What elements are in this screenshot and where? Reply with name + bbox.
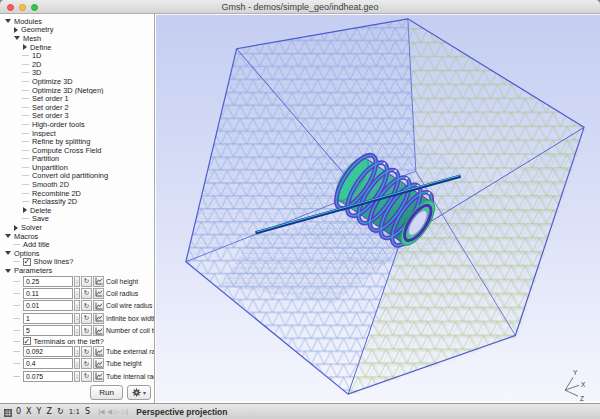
- expanded-arrow-icon[interactable]: [5, 234, 11, 238]
- collapsed-arrow-icon[interactable]: [14, 27, 18, 33]
- tree-item-set-order-3[interactable]: Set order 3: [0, 112, 154, 121]
- param-input-coil-radius[interactable]: [23, 288, 73, 299]
- param-choices-button[interactable]: :: [74, 313, 80, 324]
- tree-branch-macros[interactable]: Macros: [0, 232, 154, 241]
- param-loop-button[interactable]: ↻: [81, 346, 92, 357]
- tree-item-partition[interactable]: Partition: [0, 155, 154, 164]
- tree-item-recombine-2d[interactable]: Recombine 2D: [0, 189, 154, 198]
- param-choices-button[interactable]: :: [74, 325, 80, 336]
- tree-item-refine-by-splitting[interactable]: Refine by splitting: [0, 137, 154, 146]
- param-graph-icon[interactable]: [93, 300, 104, 311]
- param-graph-icon[interactable]: [93, 313, 104, 324]
- run-button[interactable]: Run: [90, 385, 123, 400]
- graphic-viewport[interactable]: Y X Z: [156, 14, 600, 403]
- param-input-coil-wire-radius[interactable]: [23, 300, 73, 311]
- solver-settings-button[interactable]: ▾: [127, 385, 151, 400]
- checkbox-show-lines[interactable]: ✓: [23, 258, 31, 266]
- param-graph-icon[interactable]: [93, 276, 104, 287]
- tree-item-inspect[interactable]: Inspect: [0, 129, 154, 138]
- tree-item-3d[interactable]: 3D: [0, 69, 154, 78]
- tree-item-1d[interactable]: 1D: [0, 51, 154, 60]
- param-loop-button[interactable]: ↻: [81, 371, 92, 382]
- param-input-coil-height[interactable]: [23, 276, 73, 287]
- param-graph-icon[interactable]: [93, 371, 104, 382]
- rotate-view-button[interactable]: ↻: [57, 404, 64, 419]
- tree-branch-parameters[interactable]: Parameters: [0, 266, 154, 275]
- tree-item-smooth-2d[interactable]: Smooth 2D: [0, 180, 154, 189]
- zoom-one-to-one-button[interactable]: 1:1: [69, 404, 80, 419]
- tree-branch-solver[interactable]: Solver: [0, 223, 154, 232]
- tree-item-number-of-coil-turns[interactable]: :↻Number of coil turns: [0, 324, 154, 336]
- param-loop-button[interactable]: ↻: [81, 313, 92, 324]
- status-grid-icon[interactable]: [4, 403, 12, 419]
- tree-item-optimize-3d[interactable]: Optimize 3D: [0, 77, 154, 86]
- tree-branch-options[interactable]: Options: [0, 249, 154, 258]
- rewind-button[interactable]: |◀: [98, 408, 104, 416]
- play-button[interactable]: ▷: [114, 408, 118, 416]
- tree-item-show-lines[interactable]: ✓Show lines?: [0, 258, 154, 267]
- param-choices-button[interactable]: :: [74, 288, 80, 299]
- tree-item-optimize-3d-netgen[interactable]: Optimize 3D (Netgen): [0, 86, 154, 95]
- tree-branch-modules[interactable]: Modules: [0, 17, 154, 26]
- param-graph-icon[interactable]: [93, 288, 104, 299]
- tree-item-set-order-1[interactable]: Set order 1: [0, 94, 154, 103]
- tree-item-high-order-tools[interactable]: High-order tools: [0, 120, 154, 129]
- zoom-window-icon[interactable]: [31, 4, 38, 11]
- tree-item-2d[interactable]: 2D: [0, 60, 154, 69]
- expanded-arrow-icon[interactable]: [5, 269, 11, 273]
- param-choices-button[interactable]: :: [74, 276, 80, 287]
- param-graph-icon[interactable]: [93, 325, 104, 336]
- tree-item-tube-external-radius[interactable]: :↻Tube external radius: [0, 345, 154, 357]
- tree-item-infinite-box-width[interactable]: :↻Infinite box width: [0, 312, 154, 324]
- param-loop-button[interactable]: ↻: [81, 276, 92, 287]
- view-x-button[interactable]: X: [26, 404, 31, 419]
- tree-item-tube-internal-radius[interactable]: :↻Tube internal radius: [0, 370, 154, 382]
- collapsed-arrow-icon[interactable]: [14, 225, 18, 231]
- title-bar[interactable]: Gmsh - demos/simple_geo/indheat.geo: [0, 0, 600, 14]
- step-forward-button[interactable]: ▷|: [122, 408, 128, 416]
- view-y-button[interactable]: Y: [37, 404, 42, 419]
- param-choices-button[interactable]: :: [74, 358, 80, 369]
- param-loop-button[interactable]: ↻: [81, 288, 92, 299]
- param-input-infinite-box-width[interactable]: [23, 313, 73, 324]
- param-graph-icon[interactable]: [93, 358, 104, 369]
- tree-item-convert-old-partitioning[interactable]: Convert old partitioning: [0, 172, 154, 181]
- param-choices-button[interactable]: :: [74, 346, 80, 357]
- tree-branch-geometry[interactable]: Geometry: [0, 26, 154, 35]
- param-loop-button[interactable]: ↻: [81, 325, 92, 336]
- reset-view-button[interactable]: 0: [16, 404, 21, 419]
- param-input-tube-height[interactable]: [23, 358, 73, 369]
- expanded-arrow-icon[interactable]: [14, 36, 20, 40]
- param-input-tube-internal-radius[interactable]: [23, 371, 73, 382]
- tree-item-terminals-on-the-left[interactable]: ✓Terminals on the left?: [0, 337, 154, 346]
- tree-item-add-title[interactable]: Add title: [0, 240, 154, 249]
- tree-branch-mesh[interactable]: Mesh: [0, 34, 154, 43]
- tree-item-compute-cross-field[interactable]: Compute Cross Field: [0, 146, 154, 155]
- tree-item-reclassify-2d[interactable]: Reclassify 2D: [0, 197, 154, 206]
- tree-item-coil-wire-radius[interactable]: :↻Coil wire radius: [0, 300, 154, 312]
- expanded-arrow-icon[interactable]: [5, 251, 11, 255]
- close-window-icon[interactable]: [7, 4, 14, 11]
- tree-item-save[interactable]: Save: [0, 215, 154, 224]
- collapsed-arrow-icon[interactable]: [23, 44, 27, 50]
- snap-button[interactable]: S: [85, 404, 90, 419]
- param-input-tube-external-radius[interactable]: [23, 346, 73, 357]
- view-z-button[interactable]: Z: [46, 404, 51, 419]
- tree-item-coil-radius[interactable]: :↻Coil radius: [0, 287, 154, 299]
- expanded-arrow-icon[interactable]: [5, 19, 11, 23]
- step-back-button[interactable]: ◀: [107, 408, 111, 416]
- param-choices-button[interactable]: :: [74, 300, 80, 311]
- minimize-window-icon[interactable]: [19, 4, 26, 11]
- param-loop-button[interactable]: ↻: [81, 300, 92, 311]
- collapsed-arrow-icon[interactable]: [23, 207, 27, 213]
- tree-item-tube-height[interactable]: :↻Tube height: [0, 358, 154, 370]
- tree-branch-define[interactable]: Define: [0, 43, 154, 52]
- checkbox-terminals-on-the-left[interactable]: ✓: [23, 337, 31, 345]
- param-input-number-of-coil-turns[interactable]: [23, 325, 73, 336]
- tree-item-unpartition[interactable]: Unpartition: [0, 163, 154, 172]
- tree-branch-delete[interactable]: Delete: [0, 206, 154, 215]
- param-loop-button[interactable]: ↻: [81, 358, 92, 369]
- tree-item-coil-height[interactable]: :↻Coil height: [0, 275, 154, 287]
- tree-item-set-order-2[interactable]: Set order 2: [0, 103, 154, 112]
- param-choices-button[interactable]: :: [74, 371, 80, 382]
